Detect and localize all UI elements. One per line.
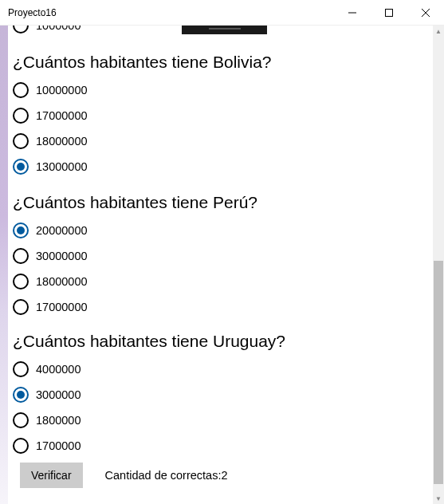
bottom-row: Verificar Cantidad de correctas:2 [20,463,228,488]
radio-label: 30000000 [36,250,88,262]
radio-icon [13,274,29,289]
radio-option[interactable]: 17000000 [13,103,272,128]
radio-label: 3000000 [36,388,81,401]
radio-label: 1800000 [36,414,81,427]
scrollbar-thumb[interactable] [434,261,443,484]
scroll-up-arrow-icon[interactable]: ▲ [433,26,444,37]
radio-icon [13,222,29,238]
radio-icon [13,108,29,124]
debug-overlay-bar [182,26,267,34]
radio-icon [13,412,29,428]
close-button[interactable] [407,0,444,26]
radio-icon [13,299,29,315]
radio-label: 20000000 [36,224,88,237]
radio-label: 18000000 [36,135,88,148]
radio-icon [13,361,29,377]
radio-option[interactable]: 20000000 [13,218,257,243]
verify-button[interactable]: Verificar [20,463,83,488]
result-text: Cantidad de correctas:2 [105,469,228,482]
radio-label: 18000000 [36,275,88,288]
radio-icon [13,133,29,149]
radio-label: 4000000 [36,363,81,376]
radio-icon [13,387,29,403]
question-title: ¿Cuántos habitantes tiene Perú? [13,193,257,212]
radio-icon [13,82,29,98]
radio-option[interactable]: 18000000 [13,128,272,154]
radio-option[interactable]: 4000000 [13,356,285,382]
radio-option[interactable]: 13000000 [13,154,272,179]
radio-option[interactable]: 1800000 [13,408,285,433]
scroll-down-arrow-icon[interactable]: ▼ [433,493,444,504]
window-titlebar: Proyecto16 [0,0,444,26]
question-block-uruguay: ¿Cuántos habitantes tiene Uruguay? 40000… [13,332,285,459]
radio-icon[interactable] [13,26,29,33]
radio-option[interactable]: 17000000 [13,294,257,320]
radio-option[interactable]: 18000000 [13,269,257,294]
maximize-button[interactable] [371,0,407,26]
question-title: ¿Cuántos habitantes tiene Bolivia? [13,53,272,72]
minimize-button[interactable] [334,0,371,26]
question-block-bolivia: ¿Cuántos habitantes tiene Bolivia? 10000… [13,53,272,179]
radio-option[interactable]: 3000000 [13,382,285,408]
radio-option[interactable]: 30000000 [13,243,257,269]
left-margin-strip [0,26,8,504]
svg-rect-1 [386,9,393,16]
radio-label: 17000000 [36,109,88,122]
maximize-icon [385,9,393,17]
radio-label: 13000000 [36,160,88,173]
radio-option[interactable]: 1700000 [13,433,285,459]
question-block-peru: ¿Cuántos habitantes tiene Perú? 20000000… [13,193,257,320]
window-title: Proyecto16 [8,7,57,18]
radio-icon [13,159,29,175]
question-title: ¿Cuántos habitantes tiene Uruguay? [13,332,285,351]
content-area: 1000000 ¿Cuántos habitantes tiene Bolivi… [8,26,433,504]
minimize-icon [348,9,356,17]
radio-label: 10000000 [36,84,88,96]
close-icon [422,9,430,17]
partial-radio-row: 1000000 [13,26,81,33]
radio-icon [13,438,29,454]
vertical-scrollbar[interactable]: ▲ ▼ [433,26,444,504]
radio-label: 1700000 [36,439,81,452]
radio-label: 17000000 [36,301,88,313]
radio-icon [13,248,29,264]
radio-option[interactable]: 10000000 [13,77,272,103]
radio-label: 1000000 [36,26,81,32]
